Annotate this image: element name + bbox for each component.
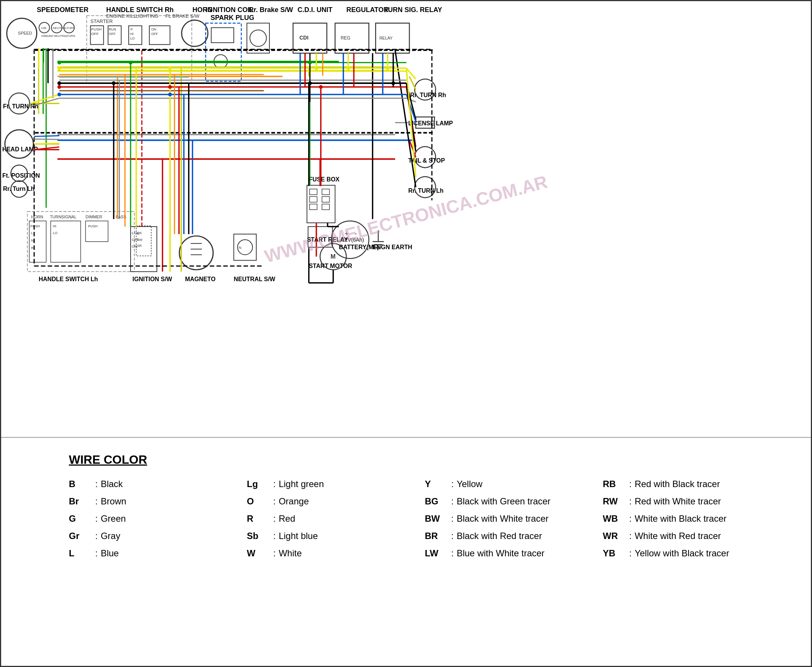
svg-text:CDI: CDI bbox=[300, 35, 308, 41]
legend-item: R : Red bbox=[247, 512, 425, 526]
svg-text:SPARK PLUG: SPARK PLUG bbox=[210, 14, 254, 22]
legend-item: RW : Red with White tracer bbox=[603, 494, 781, 508]
svg-line-194 bbox=[34, 136, 60, 137]
svg-text:TURNSIGNAL: TURNSIGNAL bbox=[50, 214, 77, 219]
svg-text:FL BRAKE S/W: FL BRAKE S/W bbox=[166, 13, 200, 19]
legend-code: G bbox=[69, 512, 95, 526]
legend-item: BG : Black with Green tracer bbox=[425, 494, 603, 508]
legend-item: WR : White with Red tracer bbox=[603, 529, 781, 543]
svg-text:TURN: TURN bbox=[66, 27, 75, 30]
legend-code: Gr bbox=[69, 529, 95, 543]
svg-text:TURN: TURN bbox=[67, 34, 75, 38]
legend-code: B bbox=[69, 477, 95, 491]
svg-rect-63 bbox=[293, 23, 327, 53]
legend-code: O bbox=[247, 494, 273, 508]
svg-point-217 bbox=[168, 66, 172, 70]
legend-code: RB bbox=[603, 477, 629, 491]
legend-desc: Blue bbox=[101, 547, 119, 560]
legend-sep: : bbox=[629, 477, 632, 491]
legend-item: BR : Black with Red tracer bbox=[425, 529, 603, 543]
legend-code: BR bbox=[425, 529, 451, 543]
legend-desc: White with Black tracer bbox=[635, 512, 727, 526]
legend-sep: : bbox=[273, 529, 276, 543]
legend-sep: : bbox=[95, 547, 98, 560]
svg-text:OFF: OFF bbox=[109, 32, 116, 36]
legend-desc: Orange bbox=[279, 494, 309, 508]
legend-desc: Black with Red tracer bbox=[457, 529, 542, 543]
svg-text:-: - bbox=[355, 230, 357, 237]
svg-text:LIGHTING: LIGHTING bbox=[136, 13, 158, 19]
legend-col-2: Lg : Light green O : Orange R : Red Sb : bbox=[247, 477, 425, 564]
svg-text:M: M bbox=[331, 253, 336, 260]
legend-sep: : bbox=[273, 547, 276, 560]
svg-point-218 bbox=[168, 85, 172, 89]
legend-desc: Light green bbox=[279, 477, 324, 491]
legend-code: Sb bbox=[247, 529, 273, 543]
svg-text:N: N bbox=[239, 246, 241, 250]
legend-desc: Black bbox=[101, 477, 123, 491]
legend-sep: : bbox=[273, 477, 276, 491]
wire-color-legend: WIRE COLOR B : Black Br : Brown G : Gree… bbox=[1, 438, 811, 579]
svg-text:HANDLE SWITCH Lh: HANDLE SWITCH Lh bbox=[39, 276, 98, 282]
legend-desc: Yellow bbox=[457, 477, 483, 491]
svg-text:HORN: HORN bbox=[31, 214, 43, 219]
legend-code: Y bbox=[425, 477, 451, 491]
legend-code: Lg bbox=[247, 477, 273, 491]
svg-text:ENGINE KILL: ENGINE KILL bbox=[106, 13, 136, 19]
legend-code: L bbox=[69, 547, 95, 560]
legend-sep: : bbox=[629, 494, 632, 508]
legend-desc: Blue with White tracer bbox=[457, 547, 544, 560]
svg-text:N: N bbox=[31, 239, 33, 242]
svg-text:RUN: RUN bbox=[109, 28, 116, 31]
legend-sep: : bbox=[451, 529, 454, 543]
legend-code: WR bbox=[603, 529, 629, 543]
page-container: WWW.CMELECTRONICA.COM.AR SPEEDOMETER HAN… bbox=[0, 0, 812, 667]
legend-sep: : bbox=[629, 512, 632, 526]
legend-code: BW bbox=[425, 512, 451, 526]
legend-desc: White bbox=[279, 547, 302, 560]
svg-text:R: R bbox=[137, 232, 139, 236]
legend-sep: : bbox=[451, 547, 454, 560]
legend-sep: : bbox=[95, 512, 98, 526]
svg-text:Rr. Brake S/W: Rr. Brake S/W bbox=[249, 6, 293, 13]
legend-item: Sb : Light blue bbox=[247, 529, 425, 543]
svg-point-228 bbox=[58, 66, 61, 70]
legend-col-3: Y : Yellow BG : Black with Green tracer … bbox=[425, 477, 603, 564]
svg-text:H/BEAM: H/BEAM bbox=[41, 34, 53, 38]
legend-code: W bbox=[247, 547, 273, 560]
legend-code: BG bbox=[425, 494, 451, 508]
svg-text:C.D.I. UNIT: C.D.I. UNIT bbox=[298, 6, 333, 13]
legend-sep: : bbox=[95, 529, 98, 543]
svg-text:NEUTRAL S/W: NEUTRAL S/W bbox=[234, 276, 275, 282]
legend-code: R bbox=[247, 512, 273, 526]
legend-col-1: B : Black Br : Brown G : Green Gr : bbox=[69, 477, 247, 564]
legend-desc: Gray bbox=[101, 529, 120, 543]
legend-desc: Red with Black tracer bbox=[635, 477, 720, 491]
svg-text:SPEED: SPEED bbox=[18, 31, 32, 35]
svg-text:PUSH: PUSH bbox=[88, 224, 98, 228]
svg-text:PUSH: PUSH bbox=[30, 224, 40, 228]
svg-text:RELAY: RELAY bbox=[379, 36, 393, 40]
svg-point-222 bbox=[315, 66, 318, 70]
svg-text:MAGNETO: MAGNETO bbox=[185, 276, 215, 282]
svg-point-225 bbox=[386, 66, 389, 70]
legend-code: LW bbox=[425, 547, 451, 560]
svg-text:LO: LO bbox=[53, 231, 58, 235]
svg-text:PUSH: PUSH bbox=[91, 27, 101, 31]
svg-line-191 bbox=[34, 143, 60, 144]
svg-point-229 bbox=[58, 81, 61, 85]
legend-item: L : Blue bbox=[69, 547, 247, 560]
svg-text:FUSE BOX: FUSE BOX bbox=[309, 176, 340, 183]
svg-point-231 bbox=[58, 93, 61, 96]
legend-item: B : Black bbox=[69, 477, 247, 491]
legend-desc: Green bbox=[101, 512, 126, 526]
legend-title: WIRE COLOR bbox=[69, 453, 781, 467]
svg-point-226 bbox=[391, 81, 395, 85]
svg-point-216 bbox=[129, 61, 133, 65]
svg-point-227 bbox=[58, 61, 61, 65]
svg-text:TURN SIG. RELAY: TURN SIG. RELAY bbox=[384, 6, 442, 13]
legend-desc: Black with Green tracer bbox=[457, 494, 550, 508]
legend-sep: : bbox=[95, 477, 98, 491]
svg-text:HI: HI bbox=[53, 224, 56, 228]
svg-text:Rr. TURN Lh: Rr. TURN Lh bbox=[408, 187, 444, 194]
